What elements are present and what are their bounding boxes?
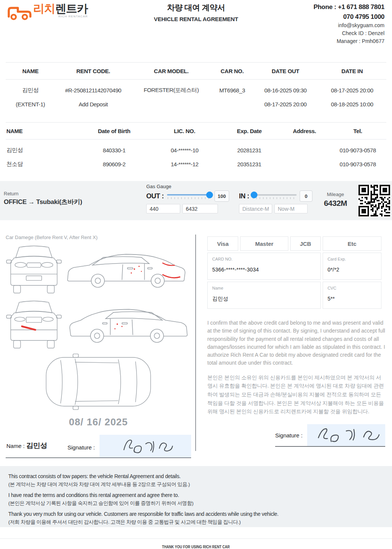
card-number-value: 5366-****-****-3034: [212, 267, 316, 273]
rental-agreement-page: 리치렌트카 RICH RENTACAR 차량 대여 계약서 VEHICLE RE…: [0, 0, 392, 549]
card-exp-cell: Card Exp. 0*/*2: [323, 253, 381, 280]
driver-table-header: NAME Date of Birth LIC. NO. Exp. Date Ad…: [6, 122, 386, 140]
car-damage-section: Car Damege (Before Rent V, After Rent X): [6, 235, 191, 458]
signature-stroke: [307, 424, 385, 446]
driver-table: NAME Date of Birth LIC. NO. Exp. Date Ad…: [6, 122, 386, 171]
manager: Manager : Pmh0677: [314, 37, 384, 45]
title-english: VEHICLE RENTAL AGREEMENT: [124, 16, 268, 22]
table-row: (EXTENT-1) Add Deposit 08-17-2025 20:00 …: [6, 97, 386, 111]
terms-line: Thank you very much for using our vehicl…: [8, 510, 384, 526]
confirmation-text-ko: 본인은 본인의 소유인 위의 신용카드를 본인이 제시하였으며 본 계약서의 서…: [207, 373, 385, 416]
card-type-master[interactable]: Master: [240, 236, 288, 251]
signature-label: Signature :: [67, 444, 95, 457]
cardholder-signature-row: Signature :: [275, 424, 385, 447]
card-exp-value: 0*/*2: [328, 267, 377, 273]
card-cvc-cell: CVC 5**: [323, 282, 381, 309]
email: info@skyguam.com: [314, 21, 384, 29]
thanks-bar: THANK YOU FOR USING RICH RENT CAR: [0, 538, 392, 549]
signature-pad[interactable]: [307, 424, 385, 446]
check-id: Check ID : Denzel: [314, 29, 384, 37]
card-table: Visa Master JCB Etc CARD NO. 5366-****-*…: [205, 235, 383, 311]
slider-ticks: [168, 197, 211, 199]
damage-label: Car Damege (Before Rent V, After Rent X): [6, 235, 191, 240]
phone-secondary: 070 4795 1000: [314, 12, 384, 22]
card-type-etc[interactable]: Etc: [323, 236, 381, 251]
now-m-input[interactable]: [274, 204, 308, 213]
rental-table-header: NAME RENT CODE. CAR MODEL. CAR NO. DATE …: [6, 62, 386, 80]
table-row: 김민성 #R-2508121142070490 FORESTER(포레스터) M…: [6, 83, 386, 97]
confirmation-text-en: I confirm that the above credit card bel…: [207, 319, 385, 367]
terms-footer: This contract consists of tow papers: th…: [0, 466, 392, 527]
signature-label: Signature :: [275, 432, 303, 446]
odometer-input[interactable]: [182, 204, 218, 213]
car-rear-view: [6, 297, 62, 350]
slider-handle[interactable]: [251, 192, 257, 198]
title-korean: 차량 대여 계약서: [124, 2, 268, 13]
phone-primary: Phone : +1 671 888 7801: [314, 2, 384, 12]
brand-name: 리치렌트카: [33, 3, 88, 14]
gas-gauge-label: Gas Gauge: [146, 184, 172, 189]
column-divider: [195, 235, 196, 451]
signature-stroke: [100, 435, 191, 457]
car-front-view: [6, 242, 62, 294]
brand-subtitle: RICH RENTACAR: [58, 15, 88, 18]
card-cvc-value: 5**: [328, 296, 377, 302]
rental-table: NAME RENT CODE. CAR MODEL. CAR NO. DATE …: [6, 62, 386, 111]
gas-out-value[interactable]: 100: [214, 190, 230, 202]
card-type-visa[interactable]: Visa: [207, 236, 238, 251]
return-info: Return OFFICE → Tsubaki(츠바키): [4, 191, 82, 206]
gas-in-slider[interactable]: [252, 191, 297, 201]
gas-out-label: OUT :: [146, 192, 164, 200]
gas-in-label: IN :: [239, 192, 249, 200]
car-side-view-right: [65, 300, 190, 347]
mileage-value: 6432M: [316, 199, 355, 208]
brand-logo: 리치렌트카 RICH RENTACAR: [5, 3, 88, 21]
card-name-value: 김민성: [212, 296, 316, 302]
gas-out-slider[interactable]: [167, 191, 211, 201]
page-title: 차량 대여 계약서 VEHICLE RENTAL AGREEMENT: [124, 2, 268, 22]
table-row: 김민성 840330-1 04-******-10 20281231 010-9…: [6, 143, 386, 157]
distance-input[interactable]: [146, 204, 180, 213]
renter-name: Name : 김민성: [6, 441, 47, 457]
car-top-view: [42, 353, 155, 411]
slider-ticks: [253, 197, 296, 199]
slider-handle[interactable]: [206, 192, 213, 198]
card-number-cell: CARD NO. 5366-****-****-3034: [207, 253, 321, 280]
contract-date: 08/ 16/ 2025: [6, 416, 191, 428]
return-route: OFFICE → Tsubaki(츠바키): [4, 198, 82, 206]
signature-pad[interactable]: [100, 435, 191, 457]
thanks-text: THANK YOU FOR USING RICH RENT CAR: [162, 544, 230, 549]
qr-code: [358, 184, 390, 217]
slider-track[interactable]: [167, 194, 211, 196]
renter-signature-row: Name : 김민성 Signature :: [6, 435, 191, 458]
slider-track[interactable]: [252, 194, 297, 196]
gas-in-value[interactable]: 0: [300, 190, 312, 202]
terms-line: This contract consists of tow papers: th…: [8, 472, 384, 488]
car-icon: [5, 3, 33, 21]
card-type-jcb[interactable]: JCB: [290, 236, 321, 251]
car-side-view-left: [65, 245, 190, 292]
contact-info: Phone : +1 671 888 7801 070 4795 1000 in…: [314, 2, 384, 45]
gauge-band: Return OFFICE → Tsubaki(츠바키) Gas Gauge O…: [0, 181, 392, 220]
distance-m-input[interactable]: [239, 204, 272, 213]
card-name-cell: Name 김민성: [207, 282, 321, 309]
credit-card-section: Visa Master JCB Etc CARD NO. 5366-****-*…: [207, 235, 385, 447]
mileage-block: Mileage 6432M: [316, 192, 355, 208]
table-row: 천소담 890609-2 14-******-12 20351231 010-9…: [6, 157, 386, 171]
terms-line: I have read the terms and conditions thi…: [8, 491, 384, 507]
